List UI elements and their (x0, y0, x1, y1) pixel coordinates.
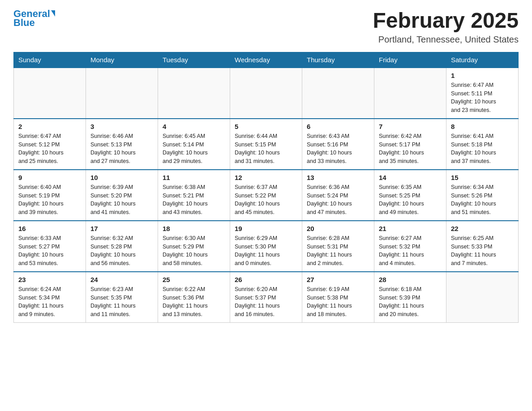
day-info: Sunrise: 6:43 AM Sunset: 5:16 PM Dayligh… (307, 132, 369, 166)
logo-triangle-icon (51, 10, 55, 17)
day-info: Sunrise: 6:25 AM Sunset: 5:33 PM Dayligh… (451, 234, 514, 268)
day-number: 28 (379, 276, 442, 283)
calendar-day-cell: 21Sunrise: 6:27 AM Sunset: 5:32 PM Dayli… (374, 221, 446, 272)
day-number: 8 (451, 123, 514, 130)
calendar-day-cell (374, 68, 446, 119)
logo: General Blue (13, 9, 55, 28)
day-info: Sunrise: 6:41 AM Sunset: 5:18 PM Dayligh… (451, 132, 514, 166)
day-number: 9 (18, 174, 81, 181)
calendar-day-cell: 24Sunrise: 6:23 AM Sunset: 5:35 PM Dayli… (86, 272, 158, 323)
day-info: Sunrise: 6:18 AM Sunset: 5:39 PM Dayligh… (379, 285, 442, 319)
calendar-day-cell: 9Sunrise: 6:40 AM Sunset: 5:19 PM Daylig… (14, 170, 86, 221)
day-info: Sunrise: 6:39 AM Sunset: 5:20 PM Dayligh… (90, 183, 153, 217)
calendar-day-cell: 28Sunrise: 6:18 AM Sunset: 5:39 PM Dayli… (374, 272, 446, 323)
day-info: Sunrise: 6:36 AM Sunset: 5:24 PM Dayligh… (307, 183, 369, 217)
month-title: February 2025 (373, 9, 519, 33)
day-info: Sunrise: 6:34 AM Sunset: 5:26 PM Dayligh… (451, 183, 514, 217)
day-info: Sunrise: 6:22 AM Sunset: 5:36 PM Dayligh… (163, 285, 225, 319)
day-info: Sunrise: 6:19 AM Sunset: 5:38 PM Dayligh… (307, 285, 369, 319)
calendar-day-cell: 17Sunrise: 6:32 AM Sunset: 5:28 PM Dayli… (86, 221, 158, 272)
day-number: 23 (18, 276, 81, 283)
day-info: Sunrise: 6:47 AM Sunset: 5:12 PM Dayligh… (18, 132, 81, 166)
day-info: Sunrise: 6:40 AM Sunset: 5:19 PM Dayligh… (18, 183, 81, 217)
calendar-week-row: 23Sunrise: 6:24 AM Sunset: 5:34 PM Dayli… (14, 272, 519, 323)
day-info: Sunrise: 6:27 AM Sunset: 5:32 PM Dayligh… (379, 234, 442, 268)
day-of-week-header: Sunday (14, 52, 86, 68)
day-number: 11 (163, 174, 225, 181)
calendar-day-cell: 4Sunrise: 6:45 AM Sunset: 5:14 PM Daylig… (158, 119, 230, 170)
day-number: 7 (379, 123, 442, 130)
day-number: 3 (90, 123, 153, 130)
day-info: Sunrise: 6:32 AM Sunset: 5:28 PM Dayligh… (90, 234, 153, 268)
day-info: Sunrise: 6:42 AM Sunset: 5:17 PM Dayligh… (379, 132, 442, 166)
calendar-day-cell: 13Sunrise: 6:36 AM Sunset: 5:24 PM Dayli… (302, 170, 374, 221)
calendar-day-cell: 7Sunrise: 6:42 AM Sunset: 5:17 PM Daylig… (374, 119, 446, 170)
calendar-week-row: 16Sunrise: 6:33 AM Sunset: 5:27 PM Dayli… (14, 221, 519, 272)
calendar-day-cell: 2Sunrise: 6:47 AM Sunset: 5:12 PM Daylig… (14, 119, 86, 170)
calendar-day-cell: 27Sunrise: 6:19 AM Sunset: 5:38 PM Dayli… (302, 272, 374, 323)
day-number: 22 (451, 225, 514, 232)
calendar-day-cell: 3Sunrise: 6:46 AM Sunset: 5:13 PM Daylig… (86, 119, 158, 170)
calendar-table: SundayMondayTuesdayWednesdayThursdayFrid… (13, 52, 519, 323)
calendar-day-cell (230, 68, 302, 119)
day-number: 5 (235, 123, 297, 130)
day-info: Sunrise: 6:30 AM Sunset: 5:29 PM Dayligh… (163, 234, 225, 268)
calendar-week-row: 1Sunrise: 6:47 AM Sunset: 5:11 PM Daylig… (14, 68, 519, 119)
day-number: 4 (163, 123, 225, 130)
day-info: Sunrise: 6:33 AM Sunset: 5:27 PM Dayligh… (18, 234, 81, 268)
calendar-day-cell: 11Sunrise: 6:38 AM Sunset: 5:21 PM Dayli… (158, 170, 230, 221)
calendar-day-cell: 26Sunrise: 6:20 AM Sunset: 5:37 PM Dayli… (230, 272, 302, 323)
day-number: 17 (90, 225, 153, 232)
day-info: Sunrise: 6:28 AM Sunset: 5:31 PM Dayligh… (307, 234, 369, 268)
day-number: 25 (163, 276, 225, 283)
day-number: 2 (18, 123, 81, 130)
calendar-day-cell: 16Sunrise: 6:33 AM Sunset: 5:27 PM Dayli… (14, 221, 86, 272)
day-number: 15 (451, 174, 514, 181)
day-of-week-header: Tuesday (158, 52, 230, 68)
day-number: 27 (307, 276, 369, 283)
day-info: Sunrise: 6:46 AM Sunset: 5:13 PM Dayligh… (90, 132, 153, 166)
day-of-week-header: Monday (86, 52, 158, 68)
day-info: Sunrise: 6:44 AM Sunset: 5:15 PM Dayligh… (235, 132, 297, 166)
day-number: 19 (235, 225, 297, 232)
title-block: February 2025 Portland, Tennessee, Unite… (373, 9, 519, 45)
calendar-day-cell: 15Sunrise: 6:34 AM Sunset: 5:26 PM Dayli… (446, 170, 519, 221)
calendar-day-cell: 19Sunrise: 6:29 AM Sunset: 5:30 PM Dayli… (230, 221, 302, 272)
day-info: Sunrise: 6:37 AM Sunset: 5:22 PM Dayligh… (235, 183, 297, 217)
day-info: Sunrise: 6:29 AM Sunset: 5:30 PM Dayligh… (235, 234, 297, 268)
calendar-day-cell: 18Sunrise: 6:30 AM Sunset: 5:29 PM Dayli… (158, 221, 230, 272)
location-title: Portland, Tennessee, United States (373, 34, 519, 45)
calendar-day-cell (86, 68, 158, 119)
calendar-day-cell (14, 68, 86, 119)
calendar-day-cell: 8Sunrise: 6:41 AM Sunset: 5:18 PM Daylig… (446, 119, 519, 170)
day-of-week-header: Saturday (446, 52, 519, 68)
calendar-day-cell: 1Sunrise: 6:47 AM Sunset: 5:11 PM Daylig… (446, 68, 519, 119)
day-info: Sunrise: 6:47 AM Sunset: 5:11 PM Dayligh… (451, 81, 514, 115)
day-number: 14 (379, 174, 442, 181)
calendar-day-cell: 23Sunrise: 6:24 AM Sunset: 5:34 PM Dayli… (14, 272, 86, 323)
day-number: 26 (235, 276, 297, 283)
calendar-day-cell: 14Sunrise: 6:35 AM Sunset: 5:25 PM Dayli… (374, 170, 446, 221)
day-of-week-header: Wednesday (230, 52, 302, 68)
day-number: 21 (379, 225, 442, 232)
day-info: Sunrise: 6:45 AM Sunset: 5:14 PM Dayligh… (163, 132, 225, 166)
day-number: 10 (90, 174, 153, 181)
calendar-day-cell: 12Sunrise: 6:37 AM Sunset: 5:22 PM Dayli… (230, 170, 302, 221)
calendar-day-cell: 10Sunrise: 6:39 AM Sunset: 5:20 PM Dayli… (86, 170, 158, 221)
calendar-week-row: 9Sunrise: 6:40 AM Sunset: 5:19 PM Daylig… (14, 170, 519, 221)
day-info: Sunrise: 6:23 AM Sunset: 5:35 PM Dayligh… (90, 285, 153, 319)
day-number: 18 (163, 225, 225, 232)
day-info: Sunrise: 6:20 AM Sunset: 5:37 PM Dayligh… (235, 285, 297, 319)
calendar-day-cell: 6Sunrise: 6:43 AM Sunset: 5:16 PM Daylig… (302, 119, 374, 170)
calendar-week-row: 2Sunrise: 6:47 AM Sunset: 5:12 PM Daylig… (14, 119, 519, 170)
day-number: 13 (307, 174, 369, 181)
day-info: Sunrise: 6:35 AM Sunset: 5:25 PM Dayligh… (379, 183, 442, 217)
day-number: 24 (90, 276, 153, 283)
calendar-day-cell: 22Sunrise: 6:25 AM Sunset: 5:33 PM Dayli… (446, 221, 519, 272)
day-number: 20 (307, 225, 369, 232)
day-of-week-header: Thursday (302, 52, 374, 68)
day-of-week-header: Friday (374, 52, 446, 68)
day-number: 12 (235, 174, 297, 181)
calendar-day-cell: 25Sunrise: 6:22 AM Sunset: 5:36 PM Dayli… (158, 272, 230, 323)
day-number: 1 (451, 72, 514, 79)
